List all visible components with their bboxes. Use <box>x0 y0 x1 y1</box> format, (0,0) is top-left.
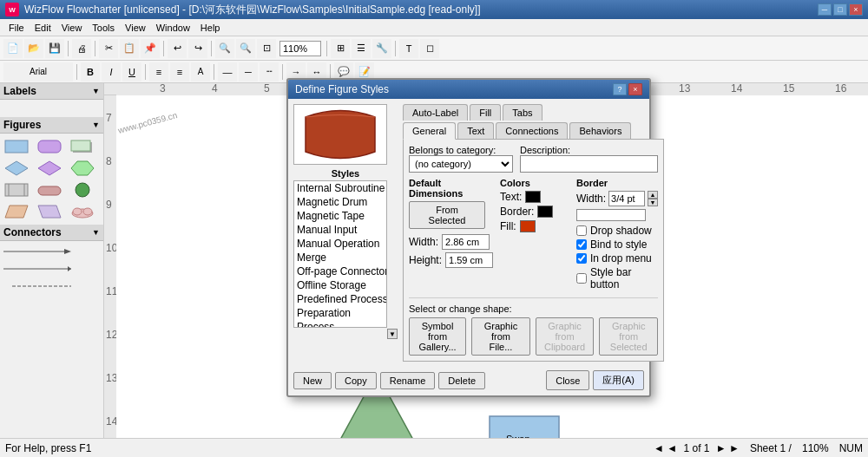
style-item[interactable]: Predefined Process <box>294 292 386 306</box>
dialog-body: Styles Internal Subroutine Magnetic Drum… <box>288 99 649 367</box>
category-group: Belongs to category: (no category) <box>409 145 513 173</box>
height-row: Height: <box>409 252 493 268</box>
style-item[interactable]: Manual Operation <box>294 237 386 251</box>
styles-scroll-down[interactable]: ▼ <box>387 329 398 339</box>
tab-connections[interactable]: Connections <box>496 122 568 139</box>
select-shape-label: Select or change shape: <box>409 304 658 314</box>
new-button[interactable]: New <box>293 372 332 389</box>
styles-scroll: ▼ <box>293 329 398 339</box>
border-color-label: Border: <box>500 206 534 218</box>
style-item[interactable]: Merge <box>294 251 386 264</box>
tab-auto-label[interactable]: Auto-Label <box>403 104 468 121</box>
category-select[interactable]: (no category) <box>409 155 513 173</box>
tab-fill[interactable]: Fill <box>470 104 501 121</box>
style-bar-button-checkbox[interactable] <box>576 273 587 284</box>
text-color-row: Text: <box>500 191 569 203</box>
shape-btns-row: Symbol from Gallery... Graphic from File… <box>409 317 658 356</box>
style-item[interactable]: Manual Input <box>294 223 386 237</box>
from-selected-button[interactable]: From Selected <box>409 201 485 229</box>
bind-to-style-label: Bind to style <box>590 238 647 251</box>
symbol-from-gallery-button[interactable]: Symbol from Gallery... <box>409 317 466 356</box>
category-desc-row: Belongs to category: (no category) Descr… <box>409 145 658 173</box>
style-item[interactable]: Internal Subroutine <box>294 181 386 195</box>
fill-color-row: Fill: <box>500 220 569 232</box>
category-label: Belongs to category: <box>409 145 513 155</box>
border-width-label: Width: <box>576 193 606 205</box>
rename-button[interactable]: Rename <box>380 372 436 389</box>
dialog-help-button[interactable]: ? <box>613 83 627 95</box>
border-label: Border <box>576 178 658 188</box>
dialog-overlay: Define Figure Styles ? × Styles <box>0 0 868 457</box>
border-color-btn[interactable] <box>537 206 553 218</box>
tab-behaviors[interactable]: Behaviors <box>569 122 631 139</box>
width-row: Width: <box>409 234 493 250</box>
description-label: Description: <box>520 145 658 155</box>
top-tabs-row: Auto-Label Fill Tabs <box>403 104 664 121</box>
tabs-container: Auto-Label Fill Tabs General Text Connec… <box>403 104 664 362</box>
bind-to-style-row: Bind to style <box>576 238 658 251</box>
border-group: Border Width: ▲ ▼ <box>576 178 658 292</box>
height-label: Height: <box>409 254 442 266</box>
drop-shadow-label: Drop shadow <box>590 225 652 237</box>
style-item[interactable]: Magnetic Tape <box>294 209 386 223</box>
tab-tabs[interactable]: Tabs <box>503 104 542 121</box>
width-input[interactable] <box>442 234 490 250</box>
fill-color-label: Fill: <box>500 220 516 232</box>
tab-general-content: Belongs to category: (no category) Descr… <box>403 139 664 362</box>
delete-button[interactable]: Delete <box>438 372 485 389</box>
graphic-from-clipboard-button: Graphic from Clipboard <box>536 317 595 356</box>
dimensions-group: Default Dimensions From Selected Width: … <box>409 178 493 292</box>
dialog-title-text: Define Figure Styles <box>295 83 613 95</box>
dimensions-colors-border-row: Default Dimensions From Selected Width: … <box>409 178 658 292</box>
right-footer-buttons: Close 应用(A) <box>546 370 644 390</box>
style-item[interactable]: Preparation <box>294 306 386 320</box>
dimensions-label: Default Dimensions <box>409 178 493 199</box>
border-line-preview <box>576 209 646 221</box>
style-item[interactable]: Off-page Connector <box>294 264 386 278</box>
in-drop-menu-row: In drop menu <box>576 252 658 264</box>
border-width-row: Width: ▲ ▼ <box>576 191 658 206</box>
drop-shadow-checkbox[interactable] <box>576 225 587 236</box>
close-dialog-button[interactable]: Close <box>546 370 589 390</box>
description-group: Description: <box>520 145 658 173</box>
tab-text[interactable]: Text <box>457 122 494 139</box>
define-figure-styles-dialog: Define Figure Styles ? × Styles <box>286 78 651 397</box>
description-input[interactable] <box>520 155 658 173</box>
colors-label: Colors <box>500 178 569 188</box>
style-item[interactable]: Offline Storage <box>294 278 386 292</box>
bind-to-style-checkbox[interactable] <box>576 239 587 250</box>
left-footer-buttons: New Copy Rename Delete <box>293 372 485 389</box>
width-label: Width: <box>409 236 438 248</box>
border-width-input[interactable] <box>608 191 645 206</box>
text-color-btn[interactable] <box>525 191 541 203</box>
apply-button[interactable]: 应用(A) <box>593 370 644 390</box>
border-color-row: Border: <box>500 206 569 218</box>
copy-button[interactable]: Copy <box>335 372 377 389</box>
bottom-tabs-row: General Text Connections Behaviors <box>403 122 664 139</box>
styles-list[interactable]: Internal Subroutine Magnetic Drum Magnet… <box>293 180 387 328</box>
colors-group: Colors Text: Border: Fi <box>500 178 569 292</box>
fill-color-btn[interactable] <box>520 220 536 232</box>
tab-general[interactable]: General <box>403 122 456 140</box>
style-bar-button-row: Style bar button <box>576 266 658 291</box>
dialog-right-panel: Auto-Label Fill Tabs General Text Connec… <box>403 104 664 362</box>
border-width-spinner: ▲ ▼ <box>648 191 658 206</box>
in-drop-menu-label: In drop menu <box>590 252 652 264</box>
dialog-footer: New Copy Rename Delete Close 应用(A) <box>288 367 649 395</box>
dialog-close-button[interactable]: × <box>628 83 642 95</box>
style-item[interactable]: Magnetic Drum <box>294 195 386 209</box>
style-bar-button-label: Style bar button <box>590 266 658 291</box>
border-width-up[interactable]: ▲ <box>648 191 658 199</box>
in-drop-menu-checkbox[interactable] <box>576 253 587 264</box>
graphic-from-file-button[interactable]: Graphic from File... <box>471 317 530 356</box>
drop-shadow-row: Drop shadow <box>576 225 658 237</box>
dialog-left-panel: Styles Internal Subroutine Magnetic Drum… <box>293 104 398 362</box>
height-input[interactable] <box>445 252 493 268</box>
shape-preview <box>293 104 387 165</box>
styles-label: Styles <box>293 168 398 179</box>
border-width-down[interactable]: ▼ <box>648 199 658 206</box>
select-change-shape-section: Select or change shape: Symbol from Gall… <box>409 297 658 356</box>
dialog-title-bar: Define Figure Styles ? × <box>288 80 649 99</box>
text-color-label: Text: <box>500 191 522 203</box>
style-item[interactable]: Process <box>294 320 386 328</box>
